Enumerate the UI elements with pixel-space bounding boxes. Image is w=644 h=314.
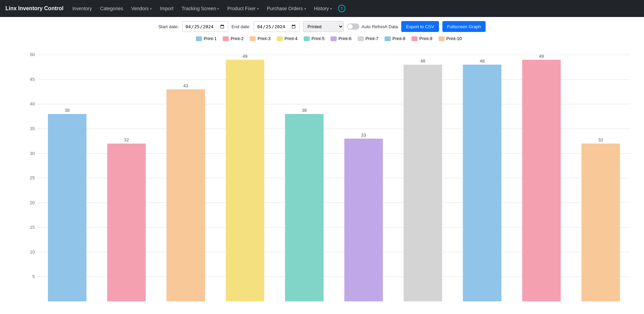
legend-label: Print-2 (231, 36, 243, 41)
bar-rect (167, 89, 205, 301)
svg-text:35: 35 (30, 126, 35, 131)
chevron-down-icon: ▾ (217, 7, 219, 11)
bar-rect (226, 60, 264, 301)
legend-label: Print-9 (419, 36, 432, 41)
chevron-down-icon: ▾ (150, 7, 152, 11)
bar-value-label: 48 (480, 58, 485, 64)
nav-categories[interactable]: Categories (97, 4, 126, 13)
chart-svg-wrapper: 510152025303540455038324349383348484932 (20, 45, 637, 312)
svg-text:5: 5 (32, 274, 35, 279)
svg-text:10: 10 (30, 249, 35, 255)
bar-rect (344, 139, 383, 301)
bar-value-label: 49 (539, 54, 544, 59)
nav-purchase-orders[interactable]: Purchase Orders▾ (264, 4, 309, 13)
legend-color-swatch (439, 36, 445, 41)
chevron-down-icon: ▾ (304, 7, 306, 11)
filter-select[interactable]: Printed Pending All (303, 21, 344, 32)
legend-color-swatch (411, 36, 418, 41)
nav-inventory[interactable]: Inventory (69, 4, 96, 13)
chevron-down-icon: ▾ (257, 7, 259, 11)
bar-value-label: 48 (420, 58, 425, 64)
export-csv-button[interactable]: Export to CSV (401, 21, 439, 32)
end-date-input[interactable] (254, 21, 300, 32)
legend-color-swatch (250, 36, 256, 41)
svg-text:45: 45 (30, 77, 35, 82)
bar-rect (48, 114, 86, 301)
nav-product-fixer[interactable]: Product Fixer▾ (224, 4, 262, 13)
legend-item: Print-10 (439, 36, 462, 41)
legend-label: Print-5 (311, 36, 324, 41)
chevron-down-icon: ▾ (330, 7, 332, 11)
bar-value-label: 49 (242, 54, 248, 59)
bar-value-label: 38 (65, 108, 70, 113)
legend-item: Print-2 (223, 36, 243, 41)
legend-color-swatch (304, 36, 310, 41)
legend-item: Print-3 (250, 36, 270, 41)
legend-color-swatch (223, 36, 229, 41)
legend-color-swatch (358, 36, 364, 41)
legend-label: Print-6 (338, 36, 351, 41)
nav-history[interactable]: History▾ (311, 4, 336, 13)
legend-color-swatch (196, 36, 202, 41)
bar-rect (404, 65, 442, 301)
auto-refresh-label: Auto Refresh Data (361, 24, 398, 29)
start-date-input[interactable] (182, 21, 228, 32)
navbar: Linx Inventory Control Inventory Categor… (0, 0, 644, 17)
toolbar: Start date: End date: Printed Pending Al… (0, 17, 644, 36)
legend-label: Print-8 (392, 36, 405, 41)
legend-color-swatch (331, 36, 337, 41)
nav-tracking-screen[interactable]: Tracking Screen▾ (178, 4, 222, 13)
bar-value-label: 33 (361, 133, 366, 138)
auto-refresh-toggle-group: Auto Refresh Data (347, 23, 398, 30)
bar-rect (463, 65, 501, 301)
bar-chart: 510152025303540455038324349383348484932 (20, 45, 637, 312)
svg-text:20: 20 (30, 200, 35, 205)
legend-color-swatch (277, 36, 283, 41)
bar-value-label: 38 (302, 108, 307, 113)
svg-text:30: 30 (30, 151, 35, 156)
fullscreen-graph-button[interactable]: Fullscreen Graph (442, 21, 486, 32)
svg-text:15: 15 (30, 225, 35, 230)
legend-item: Print-4 (277, 36, 298, 41)
legend-item: Print-8 (385, 36, 405, 41)
bar-rect (581, 143, 620, 301)
legend-label: Print-3 (257, 36, 270, 41)
legend-label: Print-1 (204, 36, 217, 41)
legend-item: Print-9 (411, 36, 432, 41)
help-button[interactable]: ? (338, 5, 345, 12)
legend-item: Print-7 (358, 36, 378, 41)
chart-container: Print-1Print-2Print-3Print-4Print-5Print… (0, 36, 644, 314)
chart-legend: Print-1Print-2Print-3Print-4Print-5Print… (20, 36, 637, 41)
bar-value-label: 32 (124, 137, 129, 142)
bar-value-label: 32 (598, 137, 603, 142)
end-date-label: End date: (232, 24, 251, 29)
legend-label: Print-10 (446, 36, 462, 41)
bar-rect (522, 60, 561, 301)
start-date-label: Start date: (158, 24, 179, 29)
legend-color-swatch (385, 36, 391, 41)
nav-import[interactable]: Import (156, 4, 177, 13)
svg-text:40: 40 (30, 101, 35, 106)
auto-refresh-toggle[interactable] (347, 23, 359, 30)
legend-label: Print-4 (285, 36, 298, 41)
svg-text:25: 25 (30, 175, 35, 180)
app-brand: Linx Inventory Control (5, 5, 64, 12)
legend-item: Print-6 (331, 36, 351, 41)
svg-text:50: 50 (30, 52, 35, 57)
bar-rect (285, 114, 323, 301)
bar-rect (107, 143, 146, 301)
legend-label: Print-7 (366, 36, 378, 41)
legend-item: Print-1 (196, 36, 217, 41)
nav-vendors[interactable]: Vendors▾ (128, 4, 155, 13)
bar-value-label: 43 (183, 83, 188, 88)
legend-item: Print-5 (304, 36, 324, 41)
